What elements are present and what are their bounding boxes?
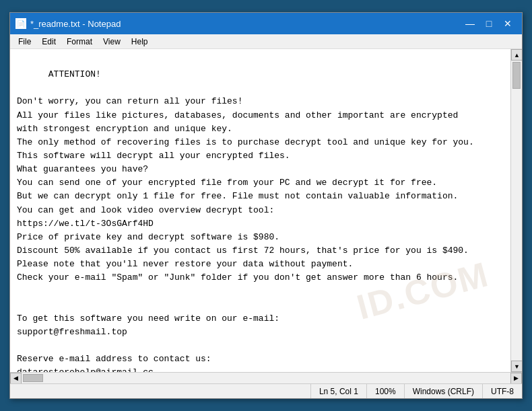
line-ending: Windows (CRLF) <box>404 384 482 398</box>
menu-edit[interactable]: Edit <box>36 36 61 48</box>
h-scroll-thumb[interactable] <box>23 374 43 382</box>
close-button[interactable]: ✕ <box>499 16 517 31</box>
scroll-down-button[interactable]: ▼ <box>511 361 522 372</box>
text-editor[interactable]: ATTENTION! Don't worry, you can return a… <box>10 49 510 372</box>
minimize-button[interactable]: — <box>461 16 479 31</box>
editor-text: ATTENTION! Don't worry, you can return a… <box>17 69 474 372</box>
h-scroll-track[interactable] <box>22 373 510 383</box>
menu-bar: File Edit Format View Help <box>10 34 522 49</box>
scroll-left-button[interactable]: ◀ <box>10 373 22 384</box>
title-bar: 📄 *_readme.txt - Notepad — □ ✕ <box>10 13 522 34</box>
scroll-thumb[interactable] <box>512 62 521 89</box>
status-bar: Ln 5, Col 1 100% Windows (CRLF) UTF-8 <box>10 383 522 398</box>
vertical-scrollbar[interactable]: ▲ ▼ <box>510 49 522 372</box>
app-icon: 📄 <box>15 18 26 29</box>
scroll-right-button[interactable]: ▶ <box>510 373 522 384</box>
scroll-track[interactable] <box>511 61 522 361</box>
watermark: ID.COM <box>351 248 495 335</box>
menu-help[interactable]: Help <box>126 36 154 48</box>
title-bar-left: 📄 *_readme.txt - Notepad <box>15 18 121 29</box>
notepad-window: 📄 *_readme.txt - Notepad — □ ✕ File Edit… <box>9 12 523 399</box>
encoding: UTF-8 <box>482 384 522 398</box>
menu-view[interactable]: View <box>98 36 126 48</box>
scroll-up-button[interactable]: ▲ <box>511 49 522 61</box>
menu-format[interactable]: Format <box>61 36 98 48</box>
window-controls: — □ ✕ <box>461 16 517 31</box>
horizontal-scrollbar[interactable]: ◀ ▶ <box>10 372 522 383</box>
maximize-button[interactable]: □ <box>480 16 498 31</box>
editor-area: ATTENTION! Don't worry, you can return a… <box>10 49 522 372</box>
zoom-level: 100% <box>366 384 404 398</box>
menu-file[interactable]: File <box>13 36 36 48</box>
window-title: *_readme.txt - Notepad <box>30 19 121 29</box>
cursor-position: Ln 5, Col 1 <box>310 384 366 398</box>
status-right: Ln 5, Col 1 100% Windows (CRLF) UTF-8 <box>310 384 522 398</box>
